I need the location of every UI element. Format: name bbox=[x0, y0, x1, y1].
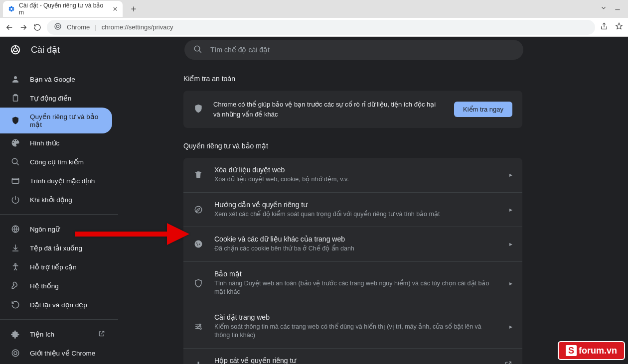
sidebar-item-reset[interactable]: Đặt lại và dọn dẹp bbox=[0, 295, 112, 314]
person-icon bbox=[11, 75, 20, 84]
chrome-icon bbox=[11, 349, 20, 358]
svg-point-17 bbox=[200, 328, 201, 329]
back-icon[interactable] bbox=[5, 23, 14, 32]
sidebar-item-default-browser[interactable]: Trình duyệt mặc định bbox=[0, 171, 112, 190]
external-icon bbox=[504, 361, 512, 364]
svg-point-11 bbox=[15, 263, 16, 265]
minimize-icon[interactable] bbox=[614, 4, 621, 13]
wrench-icon bbox=[11, 281, 20, 290]
bookmark-icon[interactable] bbox=[615, 22, 623, 32]
compass-icon bbox=[193, 205, 203, 214]
url-path: chrome://settings/privacy bbox=[102, 23, 173, 31]
safety-check-desc: Chrome có thể giúp bảo vệ bạn trước các … bbox=[213, 100, 444, 119]
shield-icon bbox=[193, 104, 203, 115]
tune-icon bbox=[193, 322, 203, 331]
safety-check-heading: Kiểm tra an toàn bbox=[183, 75, 522, 83]
extension-icon bbox=[11, 330, 20, 339]
restore-icon bbox=[11, 300, 20, 309]
sidebar-item-downloads[interactable]: Tệp đã tải xuống bbox=[0, 239, 112, 257]
row-cookies[interactable]: Cookie và các dữ liệu khác của trang web… bbox=[183, 227, 522, 261]
svg-point-3 bbox=[13, 48, 17, 51]
sidebar-item-about[interactable]: Giới thiệu về Chrome bbox=[0, 344, 112, 363]
globe-icon bbox=[11, 225, 20, 234]
address-bar-row: Chrome | chrome://settings/privacy bbox=[0, 18, 628, 37]
accessibility-icon bbox=[11, 262, 20, 271]
tab-strip: Cài đặt - Quyền riêng tư và bảo m bbox=[0, 0, 628, 18]
sidebar-item-search-engine[interactable]: Công cụ tìm kiếm bbox=[0, 152, 112, 171]
sidebar-divider bbox=[0, 319, 118, 320]
settings-content: Kiểm tra an toàn Chrome có thể giúp bảo … bbox=[119, 63, 628, 364]
sidebar-item-privacy[interactable]: Quyền riêng tư và bảo mật bbox=[0, 108, 112, 133]
svg-point-15 bbox=[199, 324, 201, 325]
window-controls bbox=[600, 4, 625, 13]
omnibox[interactable]: Chrome | chrome://settings/privacy bbox=[47, 20, 595, 35]
shield-icon bbox=[193, 279, 203, 288]
sidebar-item-extensions[interactable]: Tiện ích bbox=[0, 325, 112, 344]
search-placeholder: Tìm chế độ cài đặt bbox=[210, 46, 270, 54]
watermark: Sforum.vn bbox=[558, 341, 625, 360]
sidebar: Bạn và Google Tự động điền Quyền riêng t… bbox=[0, 63, 119, 364]
chrome-logo-icon bbox=[10, 44, 21, 55]
chevron-right-icon: ▸ bbox=[509, 171, 512, 178]
row-site-settings[interactable]: Cài đặt trang webKiểm soát thông tin mà … bbox=[183, 305, 522, 348]
trash-icon bbox=[193, 170, 203, 179]
chevron-right-icon: ▸ bbox=[509, 241, 512, 247]
active-tab[interactable]: Cài đặt - Quyền riêng tư và bảo m bbox=[3, 1, 123, 17]
chevron-right-icon: ▸ bbox=[509, 206, 512, 213]
svg-rect-9 bbox=[12, 178, 19, 184]
search-icon bbox=[193, 45, 202, 55]
chevron-down-icon[interactable] bbox=[600, 4, 607, 13]
reload-icon[interactable] bbox=[33, 23, 42, 32]
row-clear-browsing-data[interactable]: Xóa dữ liệu duyệt webXóa dữ liệu duyệt w… bbox=[183, 158, 522, 192]
palette-icon bbox=[11, 138, 20, 147]
sidebar-item-languages[interactable]: Ngôn ngữ bbox=[0, 220, 112, 239]
svg-point-0 bbox=[55, 23, 61, 29]
power-icon bbox=[11, 195, 20, 204]
settings-header: Cài đặt Tìm chế độ cài đặt bbox=[0, 37, 628, 63]
svg-point-4 bbox=[194, 46, 200, 51]
new-tab-button[interactable] bbox=[127, 2, 141, 16]
privacy-heading: Quyền riêng tư và bảo mật bbox=[183, 142, 522, 150]
sidebar-item-accessibility[interactable]: Hỗ trợ tiếp cận bbox=[0, 257, 112, 276]
gear-icon bbox=[8, 5, 15, 12]
search-icon bbox=[11, 157, 20, 166]
sidebar-item-system[interactable]: Hệ thống bbox=[0, 276, 112, 295]
privacy-list: Xóa dữ liệu duyệt webXóa dữ liệu duyệt w… bbox=[183, 158, 522, 364]
chevron-right-icon: ▸ bbox=[509, 323, 512, 330]
row-privacy-sandbox[interactable]: Hộp cát về quyền riêng tưCác tính năng d… bbox=[183, 348, 522, 364]
share-icon[interactable] bbox=[600, 22, 608, 32]
safety-check-card: Chrome có thể giúp bảo vệ bạn trước các … bbox=[183, 91, 522, 128]
svg-point-13 bbox=[14, 352, 17, 355]
external-icon bbox=[98, 330, 105, 339]
sidebar-item-autofill[interactable]: Tự động điền bbox=[0, 89, 112, 108]
tab-title: Cài đặt - Quyền riêng tư và bảo m bbox=[19, 2, 105, 16]
sidebar-item-appearance[interactable]: Hình thức bbox=[0, 133, 112, 152]
row-security[interactable]: Bảo mậtTính năng Duyệt web an toàn (bảo … bbox=[183, 261, 522, 305]
row-privacy-guide[interactable]: Hướng dẫn về quyền riêng tưXem xét các c… bbox=[183, 192, 522, 227]
svg-point-16 bbox=[197, 326, 198, 327]
shield-icon bbox=[11, 116, 20, 125]
sidebar-item-you-and-google[interactable]: Bạn và Google bbox=[0, 70, 112, 89]
url-origin: Chrome bbox=[67, 23, 90, 31]
flask-icon bbox=[193, 361, 203, 364]
page-title: Cài đặt bbox=[31, 44, 60, 55]
settings-search[interactable]: Tìm chế độ cài đặt bbox=[184, 40, 523, 60]
svg-point-12 bbox=[12, 350, 19, 357]
sidebar-item-on-startup[interactable]: Khi khởi động bbox=[0, 190, 112, 209]
forward-icon[interactable] bbox=[19, 23, 28, 32]
svg-point-5 bbox=[14, 76, 17, 79]
chevron-right-icon: ▸ bbox=[509, 280, 512, 287]
cookie-icon bbox=[193, 240, 203, 248]
site-icon bbox=[54, 22, 62, 32]
sidebar-divider bbox=[0, 214, 118, 215]
clipboard-icon bbox=[11, 94, 20, 103]
svg-point-8 bbox=[12, 158, 17, 164]
svg-point-1 bbox=[56, 25, 59, 27]
download-icon bbox=[11, 243, 20, 252]
close-tab-icon[interactable] bbox=[113, 6, 118, 11]
browser-icon bbox=[11, 176, 20, 185]
safety-check-button[interactable]: Kiểm tra ngay bbox=[454, 102, 512, 117]
